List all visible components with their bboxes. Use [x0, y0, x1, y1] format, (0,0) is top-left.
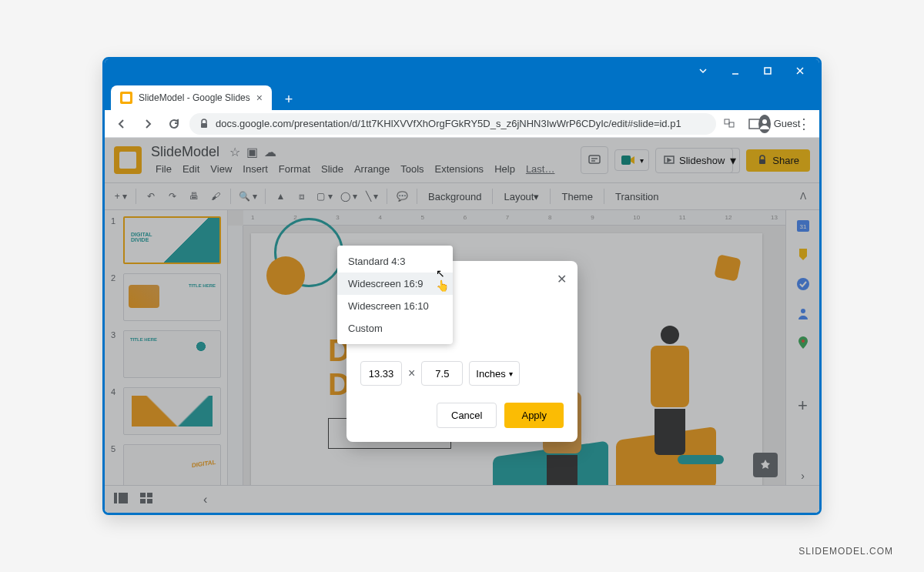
url-text: docs.google.com/presentation/d/1tt7KHlXV…: [216, 118, 681, 129]
window-minimize-button[interactable]: [719, 60, 752, 82]
slides-favicon-icon: [120, 92, 132, 104]
width-input[interactable]: [360, 361, 402, 386]
browser-window: SlideModel - Google Slides × + docs.goog…: [102, 57, 822, 515]
window-maximize-button[interactable]: [752, 60, 784, 82]
dialog-close-button[interactable]: ✕: [557, 272, 567, 286]
back-button[interactable]: [111, 113, 132, 135]
translate-icon[interactable]: [721, 115, 739, 133]
unit-select[interactable]: Inches▾: [469, 361, 519, 386]
new-tab-button[interactable]: +: [278, 89, 300, 110]
lock-icon: [199, 119, 209, 129]
slides-app: SlideModel ☆ ▣ ☁ File Edit View Insert F…: [105, 138, 819, 513]
browser-menu-button[interactable]: ⋮: [795, 115, 813, 133]
dropdown-option-standard[interactable]: Standard 4:3: [337, 250, 453, 273]
window-dropdown-button[interactable]: [687, 60, 719, 82]
dropdown-option-widescreen-16-10[interactable]: Widescreen 16:10: [337, 295, 453, 317]
forward-button[interactable]: [137, 113, 159, 135]
url-field[interactable]: docs.google.com/presentation/d/1tt7KHlXV…: [189, 113, 716, 135]
window-close-button[interactable]: [784, 60, 816, 82]
svg-rect-0: [765, 68, 771, 74]
dropdown-option-widescreen-16-9[interactable]: Widescreen 16:9: [337, 273, 453, 295]
aspect-ratio-dropdown: Standard 4:3 Widescreen 16:9 Widescreen …: [337, 246, 453, 344]
dropdown-option-custom[interactable]: Custom: [337, 317, 453, 340]
height-input[interactable]: [421, 361, 463, 386]
svg-rect-3: [729, 122, 734, 127]
profile-chip[interactable]: Guest: [770, 115, 788, 133]
svg-point-5: [762, 119, 767, 124]
watermark-text: SLIDEMODEL.COM: [798, 546, 893, 557]
reload-button[interactable]: [163, 113, 185, 135]
apply-button[interactable]: Apply: [504, 403, 564, 428]
svg-rect-1: [201, 123, 207, 128]
cancel-button[interactable]: Cancel: [437, 403, 497, 428]
tab-close-button[interactable]: ×: [256, 92, 263, 104]
page-setup-dialog: ✕ Standard 4:3 Widescreen 16:9 Widescree…: [346, 261, 578, 442]
dimension-separator: ×: [408, 366, 415, 380]
browser-extensions: Guest ⋮: [721, 115, 813, 133]
svg-rect-2: [725, 119, 729, 124]
window-titlebar: [105, 59, 819, 82]
browser-address-bar: docs.google.com/presentation/d/1tt7KHlXV…: [105, 110, 819, 138]
browser-tabstrip: SlideModel - Google Slides × +: [105, 82, 819, 110]
browser-tab[interactable]: SlideModel - Google Slides ×: [111, 85, 272, 110]
avatar-icon: [758, 115, 771, 133]
tab-title: SlideModel - Google Slides: [139, 92, 250, 103]
